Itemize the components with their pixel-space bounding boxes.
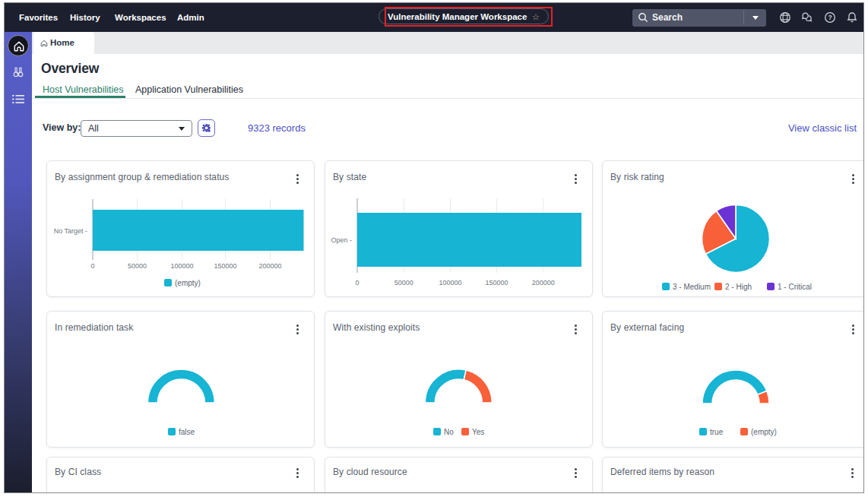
svg-text:No Target -: No Target - — [54, 227, 87, 235]
svg-text:150000: 150000 — [486, 279, 508, 286]
svg-text:50000: 50000 — [394, 279, 413, 286]
svg-text:Open -: Open - — [331, 236, 352, 244]
svg-text:50000: 50000 — [128, 262, 147, 270]
svg-text:0: 0 — [355, 279, 359, 286]
svg-text:100000: 100000 — [439, 279, 461, 286]
svg-text:?: ? — [828, 14, 832, 21]
svg-text:100000: 100000 — [170, 262, 193, 270]
svg-text:200000: 200000 — [258, 262, 281, 270]
svg-text:200000: 200000 — [532, 279, 555, 286]
svg-text:0: 0 — [90, 262, 94, 270]
svg-text:150000: 150000 — [214, 262, 236, 270]
